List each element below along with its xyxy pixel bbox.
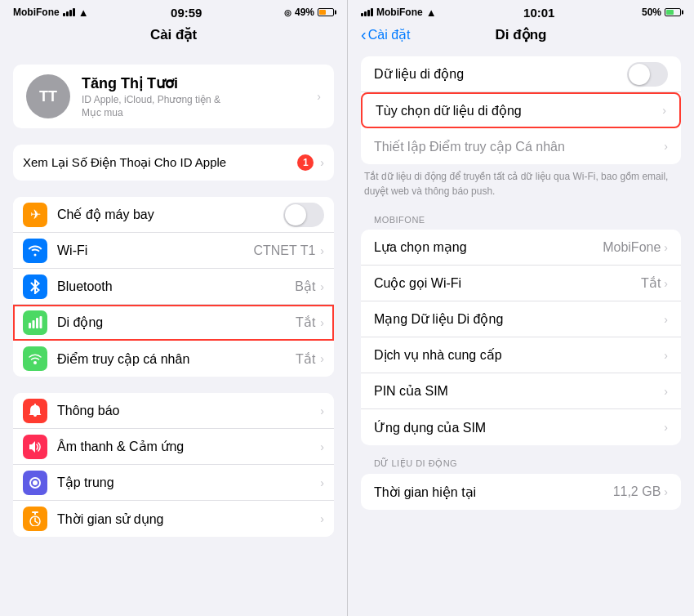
- status-left: MobiFone ▲: [13, 7, 89, 19]
- label-wifi-call: Cuộc gọi Wi-Fi: [374, 275, 641, 291]
- row-focus[interactable]: Tập trung ›: [13, 465, 334, 501]
- gap-bottom: [348, 510, 694, 526]
- chevron-current-period: ›: [664, 485, 668, 498]
- label-sounds: Âm thanh & Cảm ứng: [57, 439, 318, 454]
- row-screentime[interactable]: Thời gian sử dụng ›: [13, 501, 334, 537]
- label-focus: Tập trung: [57, 475, 318, 490]
- chevron-screentime: ›: [320, 512, 324, 525]
- icon-cellular: [23, 310, 47, 335]
- label-sim-app: Ứng dụng của SIM: [374, 420, 664, 435]
- toggle-thumb-mobile-data: [629, 64, 650, 85]
- bar2r: [364, 11, 367, 16]
- row-sounds[interactable]: Âm thanh & Cảm ứng ›: [13, 429, 334, 465]
- page-title-left: Cài đặt: [150, 26, 197, 43]
- chevron-sim-pin: ›: [664, 385, 668, 398]
- label-provider-service: Dịch vụ nhà cung cấp: [374, 347, 664, 363]
- chevron-provider-service: ›: [664, 349, 668, 362]
- content-left[interactable]: TT Tăng Thị Tươi ID Apple, iCloud, Phươn…: [0, 48, 347, 616]
- appleid-chevron: ›: [320, 156, 324, 169]
- status-right-right: 50%: [642, 7, 681, 18]
- label-hotspot: Điểm truy cập cá nhân: [57, 351, 296, 367]
- svg-rect-6: [34, 511, 36, 515]
- chevron-bluetooth: ›: [320, 280, 324, 293]
- bar3r: [367, 10, 370, 16]
- chevron-sim-app: ›: [664, 421, 668, 434]
- svg-rect-2: [36, 318, 38, 328]
- page-title-right: Di động: [496, 26, 547, 43]
- icon-screentime: [23, 507, 47, 531]
- appleid-label: Xem Lại Số Điện Thoại Cho ID Apple: [23, 155, 297, 170]
- notif-badge: 1: [297, 154, 314, 171]
- value-cellular: Tắt: [296, 315, 315, 330]
- chevron-wifi-call: ›: [664, 277, 668, 290]
- label-bluetooth: Bluetooth: [57, 279, 295, 294]
- row-airplane[interactable]: ✈ Chế độ máy bay: [13, 197, 334, 233]
- bar1: [63, 13, 65, 16]
- row-network-select[interactable]: Lựa chọn mạng MobiFone ›: [361, 230, 681, 266]
- row-notifications[interactable]: Thông báo ›: [13, 393, 334, 429]
- row-bluetooth[interactable]: Bluetooth Bật ›: [13, 269, 334, 305]
- wifi-icon: ▲: [78, 7, 89, 19]
- battery-fill-right: [666, 10, 674, 15]
- row-sim-app[interactable]: Ứng dụng của SIM ›: [361, 409, 681, 445]
- label-network-select: Lựa chọn mạng: [374, 239, 603, 255]
- row-hotspot[interactable]: Điểm truy cập cá nhân Tắt ›: [13, 341, 334, 377]
- label-current-period: Thời gian hiện tại: [374, 484, 613, 500]
- label-notifications: Thông báo: [57, 404, 318, 418]
- chevron-wifi: ›: [320, 244, 324, 257]
- nav-back-right[interactable]: ‹ Cài đặt: [361, 25, 410, 44]
- value-current-period: 11,2 GB: [613, 484, 661, 499]
- bar4: [73, 8, 75, 16]
- profile-sub2: Mục mua: [82, 107, 315, 118]
- bar2: [66, 11, 69, 16]
- signal-bars: [63, 8, 75, 16]
- profile-info: Tăng Thị Tươi ID Apple, iCloud, Phương t…: [82, 74, 315, 118]
- toggle-airplane[interactable]: [283, 203, 324, 227]
- system-group: Thông báo › Âm thanh & Cảm ứng › Tập tru…: [13, 393, 334, 537]
- row-mobile-data[interactable]: Dữ liệu di động: [361, 56, 681, 92]
- chevron-sounds: ›: [320, 440, 324, 453]
- nav-bar-left: Cài đặt: [0, 23, 347, 48]
- network-group: ✈ Chế độ máy bay Wi-Fi CTNET T1 ›: [13, 197, 334, 377]
- section-mobiledata: DỮ LIỆU DI ĐỘNG: [348, 445, 694, 474]
- battery-fill-left: [319, 10, 326, 15]
- row-mobile-network[interactable]: Mạng Dữ liệu Di động ›: [361, 301, 681, 337]
- row-sim-pin[interactable]: PIN của SIM ›: [361, 373, 681, 409]
- value-wifi-call: Tắt: [641, 275, 661, 291]
- icon-wifi: [23, 239, 47, 263]
- gap5: [0, 537, 347, 553]
- label-airplane: Chế độ máy bay: [57, 207, 283, 222]
- chevron-hotspot: ›: [320, 352, 324, 365]
- chevron-tuy-chon: ›: [662, 104, 666, 117]
- label-wifi: Wi-Fi: [57, 243, 253, 258]
- profile-row[interactable]: TT Tăng Thị Tươi ID Apple, iCloud, Phươn…: [13, 65, 334, 128]
- profile-chevron: ›: [317, 90, 321, 103]
- profile-name: Tăng Thị Tươi: [82, 74, 315, 92]
- row-wifi-call[interactable]: Cuộc gọi Wi-Fi Tắt ›: [361, 266, 681, 301]
- value-network-select: MobiFone: [603, 240, 661, 255]
- avatar: TT: [26, 74, 70, 118]
- content-right[interactable]: Dữ liệu di động Tùy chọn dữ liệu di động…: [348, 48, 694, 616]
- row-wifi[interactable]: Wi-Fi CTNET T1 ›: [13, 233, 334, 269]
- mobifone-group: Lựa chọn mạng MobiFone › Cuộc gọi Wi-Fi …: [361, 230, 681, 445]
- row-current-period[interactable]: Thời gian hiện tại 11,2 GB ›: [361, 474, 681, 510]
- chevron-hotspot-setup: ›: [664, 140, 668, 153]
- chevron-notifications: ›: [320, 404, 324, 417]
- back-label: Cài đặt: [368, 27, 411, 42]
- row-cellular[interactable]: Di động Tắt ›: [13, 305, 334, 341]
- appleid-row[interactable]: Xem Lại Số Điện Thoại Cho ID Apple 1 ›: [13, 145, 334, 181]
- status-bar-right: MobiFone ▲ 10:01 50%: [348, 0, 694, 23]
- section-mobifone: MOBIFONE: [348, 202, 694, 230]
- gap4: [0, 377, 347, 393]
- left-phone: MobiFone ▲ 09:59 ◎ 49% Cài đặt TT: [0, 0, 347, 616]
- label-tuy-chon: Tùy chọn dữ liệu di động: [376, 103, 662, 118]
- toggle-mobile-data[interactable]: [627, 62, 668, 87]
- back-icon: ‹: [361, 25, 367, 44]
- gap3: [0, 181, 347, 197]
- chevron-focus: ›: [320, 476, 324, 489]
- row-provider-service[interactable]: Dịch vụ nhà cung cấp ›: [361, 337, 681, 373]
- row-tuy-chon[interactable]: Tùy chọn dữ liệu di động ›: [361, 92, 681, 128]
- status-left-right: MobiFone ▲: [361, 7, 437, 19]
- icon-focus: [23, 471, 47, 495]
- icon-airplane: ✈: [23, 203, 47, 227]
